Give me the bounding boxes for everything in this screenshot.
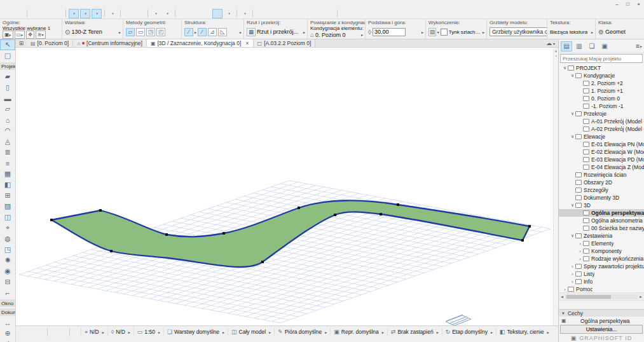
canvas-scrollbar[interactable]: ▲ ▪ [553, 48, 558, 325]
3d-scene[interactable] [16, 48, 558, 325]
pickup-button[interactable]: ✥ [26, 31, 34, 39]
render-style[interactable] [224, 9, 234, 18]
search-input[interactable] [560, 54, 643, 63]
tree-item[interactable]: Ogólna aksonometria [559, 217, 644, 224]
tree-item[interactable]: A-02 Przekrój (Model - przebudowani [559, 125, 644, 133]
tree-item[interactable]: ∨ PROJEKT [559, 64, 644, 72]
split[interactable] [256, 9, 266, 18]
grid-element-tool[interactable]: ⊟ [0, 277, 15, 287]
home-flag[interactable] [363, 9, 373, 18]
gravity[interactable] [135, 9, 145, 18]
find-select[interactable] [71, 327, 81, 336]
geometry-method-polygon[interactable]: ▱ [126, 28, 135, 36]
toolbar-icon[interactable] [337, 10, 338, 17]
expand-arrow-icon[interactable]: › [577, 249, 583, 254]
view-map-tab[interactable]: ▥ [573, 41, 585, 51]
tree-item[interactable]: 0. Poziom 0 [559, 95, 644, 102]
shape[interactable] [240, 9, 250, 18]
tree-item[interactable]: ∨ Zestawienia [559, 232, 644, 240]
flag-start[interactable] [340, 9, 350, 18]
expand-arrow-icon[interactable]: ∨ [570, 134, 575, 139]
group[interactable] [151, 9, 161, 18]
tree-item[interactable]: › Spisy zawartości projektu [559, 263, 644, 270]
column-tool[interactable]: ▯ [0, 82, 15, 93]
window-tool[interactable]: ⊞ [0, 190, 15, 201]
shell-tool[interactable]: ◠ [0, 125, 15, 136]
grid-snap[interactable] [107, 9, 118, 18]
scale[interactable]: ▭ 1:50 [134, 327, 163, 336]
tree-item[interactable]: 2. Poziom +2 [559, 79, 644, 87]
quad-view-icon[interactable]: ⊞ [16, 39, 27, 47]
tool[interactable]: Projekt [0, 62, 15, 70]
tool[interactable]: Dokume [0, 308, 15, 316]
tree-item[interactable]: › Rodzaje wykończenia [559, 255, 644, 263]
beam-tool[interactable]: ▬ [0, 93, 15, 104]
zoom[interactable] [36, 327, 46, 336]
maximize-button[interactable]: □ [622, 1, 633, 7]
overrides[interactable]: ⇄ Brak zastąpień [387, 327, 442, 336]
tree-item[interactable]: › Elementy [559, 240, 644, 247]
railing-tool[interactable]: ≡ [0, 158, 15, 168]
stair-tool[interactable]: ≣ [0, 147, 15, 158]
next-view[interactable] [27, 327, 36, 336]
layer-selector[interactable]: ⊙ 130-Z Teren ▸ [65, 25, 121, 38]
layout-book-tab[interactable]: ❏ [586, 41, 598, 51]
morph-tool[interactable]: ◍ [0, 233, 15, 244]
crop[interactable] [313, 9, 323, 18]
angle-dimension-tool[interactable]: ∠ [0, 339, 15, 342]
class-selector[interactable]: ⚙ Geomet [598, 25, 642, 38]
marquee-frame[interactable] [212, 9, 223, 18]
tree-item[interactable]: 1. Poziom +1 [559, 87, 644, 95]
view-tab[interactable]: ▢ [A.03.2.2 Poziom 0] [254, 39, 316, 47]
trim[interactable] [278, 9, 289, 18]
snap-guides[interactable] [80, 9, 90, 18]
roof-tool[interactable]: ⌂ [0, 114, 15, 125]
tree-item[interactable]: Rozwinięcia ścian [559, 171, 644, 179]
mesh-preview-button[interactable]: ≋▾ [36, 31, 46, 39]
slab-tool[interactable]: ▱ [0, 104, 15, 114]
toolbar-icon[interactable] [252, 10, 253, 17]
home-story-selector[interactable]: ⌂ 0. Poziom 0 ▸ [310, 31, 363, 38]
expand-arrow-icon[interactable]: › [570, 280, 575, 284]
representation[interactable]: ▣ Repr. domyślna [330, 327, 387, 336]
close-button[interactable]: × [633, 1, 644, 7]
view-tab[interactable]: ⌂ [Centrum informacyjne] [73, 39, 147, 47]
tree-item[interactable]: E-04 Elewacja Z (Model - przebudowa [559, 163, 644, 171]
position[interactable]: ⌖ N/D [81, 327, 107, 336]
elevation[interactable]: ◊ N/D [107, 327, 134, 336]
tree-item[interactable]: E-01 Elewacja PN (Model - przebudow [559, 140, 644, 148]
tree-item[interactable]: ∨ Przekroje [559, 110, 644, 118]
tree-item[interactable]: ∨ Kondygnacje [559, 72, 644, 79]
tab-close-icon[interactable]: × [245, 40, 249, 46]
guide-lines[interactable] [69, 9, 79, 18]
tree-item[interactable]: A-01 Przekrój (Model - przebudowani [559, 118, 644, 125]
tree-item[interactable]: 00 Ścieżka bez nazwy [559, 224, 644, 232]
scroll-thumb-icon[interactable]: ▪ [555, 54, 556, 58]
tree-item[interactable]: › Listy [559, 270, 644, 278]
tree-item[interactable]: ∨ 3D [559, 202, 644, 209]
toolbar-icon[interactable] [104, 10, 105, 17]
pick-up-parameters[interactable] [41, 9, 51, 18]
tree-item[interactable]: › Komponenty [559, 247, 644, 255]
scroll-thumb[interactable] [566, 295, 611, 299]
radial-dimension-tool[interactable]: ⊕ [0, 328, 15, 339]
expand-arrow-icon[interactable]: › [570, 264, 575, 269]
graphisoft-id[interactable]: ▣ GRAPHISOFT ID [559, 334, 644, 342]
wall-tool[interactable]: ▰ [0, 71, 15, 82]
tree-item[interactable]: › Pomoc [559, 285, 644, 292]
solid-ops[interactable] [324, 9, 334, 18]
geometry-method-regular[interactable]: ◰ [156, 28, 165, 36]
tree-item[interactable]: Dokumenty 3D [559, 194, 644, 202]
align[interactable] [189, 9, 200, 18]
view-tab[interactable]: ▣ [3D / Zaznaczenie, Kondygnacja 0] × [147, 39, 254, 47]
model-filter[interactable]: ◫ Cały model [228, 327, 274, 336]
project-map-tab[interactable]: ▤ [561, 41, 572, 51]
expand-arrow-icon[interactable]: ∨ [570, 203, 575, 208]
dimension-tool[interactable]: ↔ [0, 317, 15, 328]
door-tool[interactable]: ◧ [0, 179, 15, 190]
adjust[interactable] [290, 9, 300, 18]
publisher-tab[interactable]: ▣ [599, 41, 610, 51]
redo[interactable] [14, 9, 24, 18]
expand-arrow-icon[interactable]: › [562, 287, 568, 292]
previous-view[interactable] [17, 327, 27, 336]
